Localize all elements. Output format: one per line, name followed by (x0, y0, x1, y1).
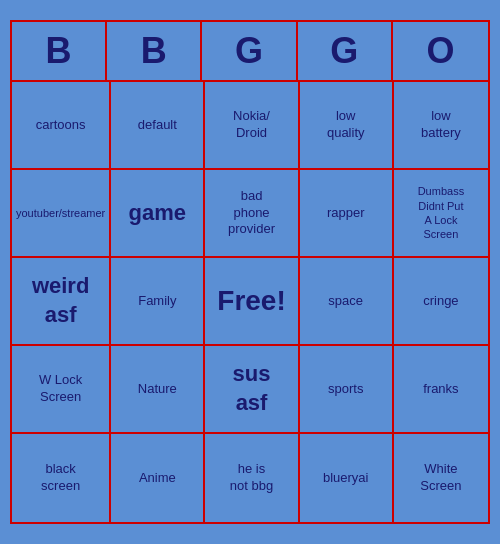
cell-20: black screen (12, 434, 111, 522)
cell-text-9: Dumbass Didnt Put A Lock Screen (418, 184, 464, 241)
cell-text-16: Nature (138, 381, 177, 398)
cell-text-23: blueryai (323, 470, 369, 487)
cell-text-8: rapper (327, 205, 365, 222)
cell-text-4: low battery (421, 108, 461, 142)
cell-text-17: sus asf (233, 360, 271, 417)
cell-6: game (111, 170, 205, 258)
cell-text-13: space (328, 293, 363, 310)
header-col-G-3: G (298, 22, 393, 80)
cell-text-6: game (129, 199, 186, 228)
cell-10: weird asf (12, 258, 111, 346)
cell-1: default (111, 82, 205, 170)
cell-text-11: Family (138, 293, 176, 310)
cell-16: Nature (111, 346, 205, 434)
header-col-B-0: B (12, 22, 107, 80)
cell-18: sports (300, 346, 394, 434)
cell-21: Anime (111, 434, 205, 522)
cell-text-2: Nokia/ Droid (233, 108, 270, 142)
cell-17: sus asf (205, 346, 299, 434)
cell-text-19: franks (423, 381, 458, 398)
cell-15: W Lock Screen (12, 346, 111, 434)
cell-text-12: Free! (217, 283, 285, 319)
cell-text-21: Anime (139, 470, 176, 487)
cell-14: cringe (394, 258, 488, 346)
cell-19: franks (394, 346, 488, 434)
cell-0: cartoons (12, 82, 111, 170)
cell-4: low battery (394, 82, 488, 170)
cell-24: White Screen (394, 434, 488, 522)
cell-23: blueryai (300, 434, 394, 522)
cell-text-1: default (138, 117, 177, 134)
cell-text-24: White Screen (420, 461, 461, 495)
cell-13: space (300, 258, 394, 346)
cell-text-14: cringe (423, 293, 458, 310)
cell-text-20: black screen (41, 461, 80, 495)
cell-9: Dumbass Didnt Put A Lock Screen (394, 170, 488, 258)
cell-text-3: low quality (327, 108, 365, 142)
cell-text-5: youtuber/streamer (16, 206, 105, 220)
cell-22: he is not bbg (205, 434, 299, 522)
cell-2: Nokia/ Droid (205, 82, 299, 170)
bingo-header: BBGGO (12, 22, 488, 82)
cell-text-18: sports (328, 381, 363, 398)
cell-5: youtuber/streamer (12, 170, 111, 258)
header-col-B-1: B (107, 22, 202, 80)
cell-text-10: weird asf (32, 272, 89, 329)
header-col-G-2: G (202, 22, 297, 80)
cell-text-15: W Lock Screen (39, 372, 82, 406)
header-col-O-4: O (393, 22, 488, 80)
bingo-card: BBGGO cartoonsdefaultNokia/ Droidlow qua… (10, 20, 490, 524)
cell-text-22: he is not bbg (230, 461, 273, 495)
cell-11: Family (111, 258, 205, 346)
cell-text-7: bad phone provider (228, 188, 275, 239)
cell-8: rapper (300, 170, 394, 258)
cell-12: Free! (205, 258, 299, 346)
cell-3: low quality (300, 82, 394, 170)
bingo-grid: cartoonsdefaultNokia/ Droidlow qualitylo… (12, 82, 488, 522)
cell-7: bad phone provider (205, 170, 299, 258)
cell-text-0: cartoons (36, 117, 86, 134)
